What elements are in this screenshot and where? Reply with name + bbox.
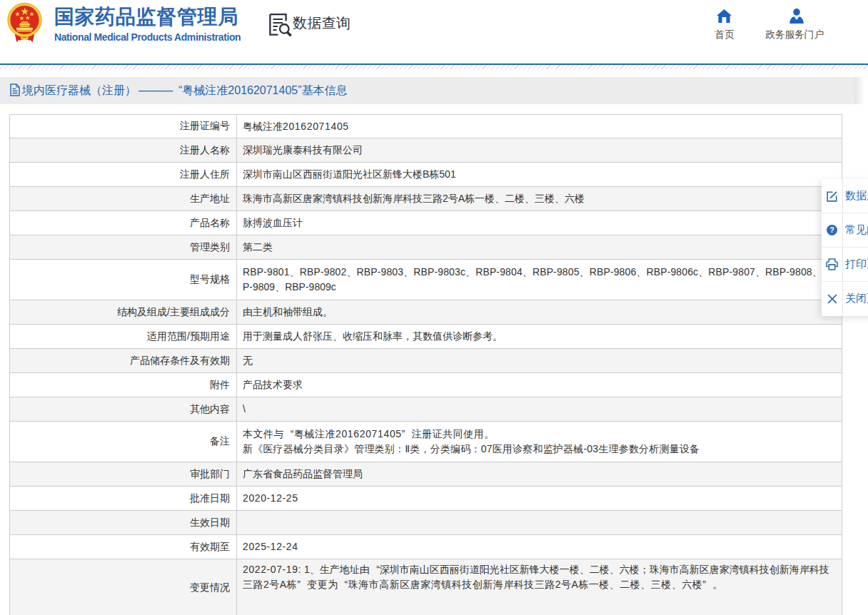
svg-text:?: ?: [829, 226, 834, 234]
